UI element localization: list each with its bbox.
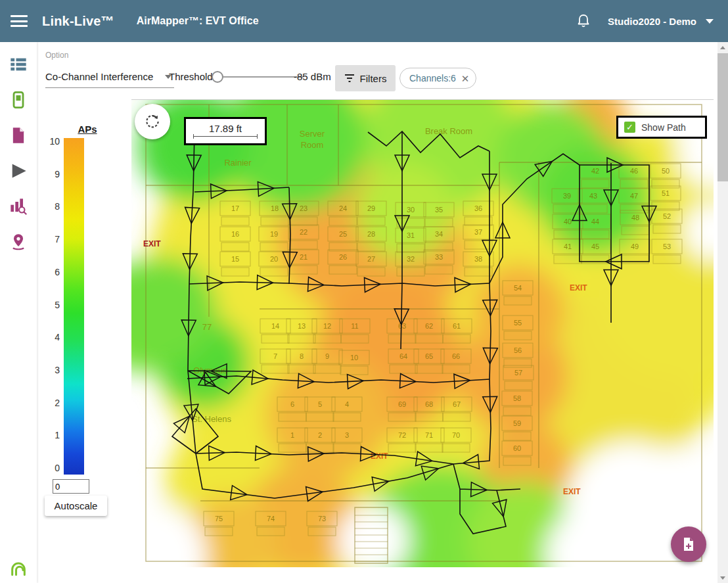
desk-box	[415, 444, 443, 452]
desk-box	[465, 241, 492, 249]
scroll-down-arrow[interactable]	[717, 572, 728, 583]
room-number-label: 21	[300, 253, 307, 261]
desk-box	[262, 365, 289, 373]
desk-box	[279, 444, 306, 452]
room-number-label: 46	[630, 167, 638, 175]
threshold-slider[interactable]	[212, 66, 304, 88]
account-switcher[interactable]: Studio2020 - Demo	[608, 16, 714, 27]
filters-button-label: Filters	[360, 73, 387, 84]
desk-box	[653, 255, 681, 264]
option-label: Option	[45, 51, 68, 60]
room-number-label: 34	[435, 230, 443, 238]
room-number-label: 36	[474, 204, 482, 212]
room-number-label: 27	[367, 255, 375, 263]
color-scale-tick: 4	[38, 332, 60, 342]
slider-track[interactable]	[221, 76, 304, 78]
room-number-label: 51	[662, 189, 670, 197]
color-scale-tick: 8	[38, 201, 60, 212]
color-scale-bar	[64, 138, 84, 475]
room-number-label: 40	[564, 218, 572, 225]
play-icon[interactable]	[9, 162, 28, 180]
room-number-label: 13	[298, 322, 306, 330]
desk-box	[329, 266, 357, 274]
color-scale-tick: 10	[38, 136, 60, 147]
room-number-label: 48	[631, 214, 639, 222]
room-number-label: 10	[350, 354, 358, 361]
room-number-label: 23	[300, 204, 307, 212]
color-scale-tick: 0	[38, 463, 60, 473]
slider-thumb[interactable]	[212, 71, 223, 83]
show-path-toggle[interactable]: ✓ Show Path	[616, 116, 707, 139]
option-select[interactable]: Co-Channel Interference	[45, 66, 174, 88]
desk-box	[290, 266, 317, 274]
room-number-label: 52	[663, 212, 671, 220]
exit-label: EXIT	[570, 283, 587, 292]
menu-icon[interactable]	[11, 15, 28, 27]
desk-box	[288, 335, 315, 343]
room-number-label: 26	[339, 253, 347, 261]
desk-box	[290, 241, 317, 249]
desk-box	[581, 179, 609, 188]
room-number-label: 73	[318, 515, 326, 523]
wifi-rss-icon[interactable]	[9, 559, 28, 577]
room-number-label: 30	[407, 206, 415, 214]
room-number-label: 45	[591, 243, 599, 250]
add-report-button[interactable]	[671, 526, 706, 562]
results-list-icon[interactable]	[9, 55, 28, 74]
desk-box	[205, 527, 233, 536]
room-number-label: 3	[345, 431, 349, 439]
map-scale-indicator: 17.89 ft	[184, 117, 267, 145]
room-number-label: 61	[453, 322, 461, 330]
room-number-label: 68	[425, 400, 433, 408]
notifications-bell-icon[interactable]	[576, 13, 591, 29]
room-number-label: 72	[398, 431, 406, 439]
rotate-map-button[interactable]	[135, 104, 170, 139]
document-icon[interactable]	[9, 126, 28, 145]
room-number-label: 56	[514, 346, 522, 354]
desk-box	[442, 444, 470, 452]
color-scale-tick: 5	[38, 300, 60, 310]
analysis-search-icon[interactable]	[9, 197, 28, 216]
threshold-label: Threshold	[169, 71, 213, 82]
desk-box	[622, 226, 649, 235]
scroll-up-arrow[interactable]	[717, 42, 728, 53]
scale-min-input[interactable]	[53, 479, 89, 494]
airmapper-pin-icon[interactable]	[9, 233, 28, 251]
heatmap-canvas[interactable]: 1718232429303536161922252831343715202126…	[131, 99, 714, 567]
desk-box	[329, 217, 357, 225]
desk-box	[581, 230, 609, 239]
map-scale-bar	[193, 134, 258, 139]
room-number-label: 29	[367, 204, 375, 212]
scrollbar-thumb[interactable]	[717, 53, 728, 181]
room-number-label: 75	[215, 515, 223, 523]
room-number-label: 70	[452, 431, 460, 439]
room-number-label: 7	[273, 352, 277, 360]
room-number-label: 28	[367, 230, 375, 238]
room-number-label: 32	[407, 255, 415, 263]
desk-box	[580, 204, 607, 213]
room-number-label: 67	[453, 400, 461, 408]
vertical-scrollbar[interactable]	[717, 42, 728, 583]
room-number-label: 31	[407, 231, 415, 239]
desk-box	[415, 365, 443, 373]
channels-filter-chip[interactable]: Channels:6 ✕	[399, 68, 476, 89]
chevron-down-icon	[706, 19, 714, 24]
account-name: Studio2020 - Demo	[608, 16, 696, 27]
room-number-label: 15	[231, 255, 239, 263]
autoscale-button[interactable]: Autoscale	[45, 496, 107, 516]
desk-box	[260, 243, 288, 251]
filters-button[interactable]: Filters	[335, 65, 396, 91]
device-icon[interactable]	[9, 91, 28, 109]
close-icon[interactable]: ✕	[461, 74, 470, 83]
room-number-label: 53	[663, 243, 671, 250]
desk-box	[581, 255, 609, 264]
desk-box	[357, 268, 385, 276]
desk-box	[505, 381, 532, 390]
checkbox-checked-icon[interactable]: ✓	[624, 122, 635, 133]
room-number-label: 33	[435, 253, 443, 261]
desk-box	[443, 413, 470, 421]
room-number-label: 6	[290, 400, 294, 408]
room-number-label: 50	[662, 167, 670, 175]
desk-box	[554, 230, 581, 239]
exit-label: EXIT	[563, 487, 581, 496]
